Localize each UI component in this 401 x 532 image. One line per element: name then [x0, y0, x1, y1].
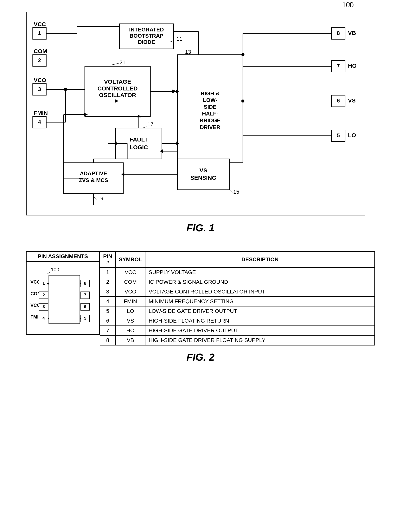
- svg-text:100: 100: [51, 267, 59, 272]
- svg-line-115: [47, 272, 50, 274]
- svg-text:4: 4: [43, 316, 45, 321]
- table-cell-description: HIGH-SIDE GATE DRIVER FLOATING SUPPLY: [145, 336, 375, 345]
- fig1-ref-line: [337, 2, 353, 13]
- svg-text:DRIVER: DRIVER: [200, 124, 220, 130]
- table-cell-description: HIGH-SIDE GATE DRIVER OUTPUT: [145, 326, 375, 336]
- svg-text:VCO: VCO: [34, 77, 46, 83]
- svg-text:6: 6: [337, 98, 340, 104]
- table-header-symbol: SYMBOL: [116, 252, 145, 268]
- svg-text:ADAPTIVE: ADAPTIVE: [80, 171, 107, 177]
- svg-text:VB: VB: [348, 30, 356, 36]
- table-cell-pin: 5: [100, 306, 116, 316]
- table-row: 6VSHIGH-SIDE FLOATING RETURN: [100, 316, 375, 326]
- table-row: 4FMINMINIMUM FREQUENCY SETTING: [100, 297, 375, 306]
- table-cell-symbol: VCC: [116, 267, 145, 277]
- table-cell-description: VOLTAGE CONTROLLED OSCILLATOR INPUT: [145, 287, 375, 297]
- svg-text:LOGIC: LOGIC: [130, 144, 148, 150]
- svg-text:13: 13: [185, 49, 191, 55]
- svg-text:15: 15: [233, 189, 239, 195]
- svg-text:3: 3: [38, 86, 41, 92]
- fig1-caption: FIG. 1: [26, 222, 375, 234]
- table-cell-pin: 8: [100, 336, 116, 345]
- table-header-desc: DESCRIPTION: [145, 252, 375, 268]
- fig1-container: 100 1 VCC 2 COM: [26, 12, 375, 243]
- svg-text:LOW-: LOW-: [203, 97, 217, 103]
- table-row: 2COMIC POWER & SIGNAL GROUND: [100, 277, 375, 287]
- svg-text:2: 2: [38, 57, 41, 63]
- table-header-pin: PIN #: [100, 252, 116, 268]
- table-cell-pin: 2: [100, 277, 116, 287]
- table-cell-description: MINIMUM FREQUENCY SETTING: [145, 297, 375, 306]
- table-cell-symbol: VS: [116, 316, 145, 326]
- table-cell-pin: 7: [100, 326, 116, 336]
- fig2-container: PIN ASSIGNMENTS 100 VCC 1: [26, 251, 375, 363]
- svg-text:6: 6: [84, 304, 86, 309]
- svg-point-53: [241, 53, 245, 56]
- svg-text:7: 7: [337, 63, 340, 69]
- svg-text:FAULT: FAULT: [130, 136, 148, 143]
- svg-text:SIDE: SIDE: [204, 104, 216, 110]
- svg-text:2: 2: [43, 292, 45, 297]
- svg-text:COM: COM: [34, 48, 47, 54]
- table-cell-description: IC POWER & SIGNAL GROUND: [145, 277, 375, 287]
- svg-text:8: 8: [337, 30, 340, 36]
- svg-line-95: [229, 190, 232, 193]
- svg-text:VS: VS: [348, 97, 356, 104]
- fig2-caption: FIG. 2: [26, 351, 375, 363]
- svg-line-82: [93, 196, 96, 200]
- table-cell-symbol: VCO: [116, 287, 145, 297]
- table-row: 5LOLOW-SIDE GATE DRIVER OUTPUT: [100, 306, 375, 316]
- table-cell-pin: 3: [100, 287, 116, 297]
- svg-text:VS: VS: [199, 167, 207, 173]
- table-cell-description: HIGH-SIDE FLOATING RETURN: [145, 316, 375, 326]
- table-cell-symbol: LO: [116, 306, 145, 316]
- svg-text:OSCILLATOR: OSCILLATOR: [99, 92, 136, 98]
- svg-line-2: [349, 2, 352, 4]
- table-row: 7HOHIGH-SIDE GATE DRIVER OUTPUT: [100, 326, 375, 336]
- table-cell-symbol: VB: [116, 336, 145, 345]
- pin-assignments-section: PIN ASSIGNMENTS 100 VCC 1: [26, 251, 100, 335]
- pin-assignments-body: 100 VCC 1 COM 2: [27, 262, 99, 334]
- pin-description-table: PIN # SYMBOL DESCRIPTION 1VCCSUPPLY VOLT…: [100, 251, 375, 345]
- svg-text:8: 8: [84, 281, 86, 286]
- svg-text:5: 5: [84, 316, 86, 321]
- svg-text:HIGH &: HIGH &: [201, 90, 220, 96]
- ic-diagram-svg: 100 VCC 1 COM 2: [30, 266, 99, 329]
- svg-text:1: 1: [43, 281, 45, 286]
- svg-text:4: 4: [38, 119, 41, 125]
- svg-text:FMIN: FMIN: [34, 110, 48, 116]
- svg-text:BOOTSTRAP: BOOTSTRAP: [130, 33, 163, 39]
- fig2-layout: PIN ASSIGNMENTS 100 VCC 1: [26, 251, 375, 345]
- svg-text:BRIDGE: BRIDGE: [199, 117, 221, 123]
- svg-text:HALF-: HALF-: [202, 111, 218, 117]
- svg-text:19: 19: [97, 196, 103, 202]
- page: 100 1 VCC 2 COM: [0, 0, 401, 532]
- svg-text:17: 17: [147, 121, 153, 127]
- svg-text:VOLTAGE: VOLTAGE: [104, 78, 131, 85]
- table-cell-description: LOW-SIDE GATE DRIVER OUTPUT: [145, 306, 375, 316]
- svg-text:HO: HO: [348, 63, 357, 69]
- table-cell-symbol: FMIN: [116, 297, 145, 306]
- svg-text:DIODE: DIODE: [138, 39, 155, 45]
- table-row: 8VBHIGH-SIDE GATE DRIVER FLOATING SUPPLY: [100, 336, 375, 345]
- fig1-wiring: 1 VCC 2 COM 3 VCO: [27, 12, 365, 215]
- svg-text:LO: LO: [348, 132, 356, 138]
- table-cell-pin: 6: [100, 316, 116, 326]
- table-cell-symbol: HO: [116, 326, 145, 336]
- svg-line-27: [110, 63, 119, 65]
- svg-text:INTEGRATED: INTEGRATED: [129, 27, 164, 33]
- svg-text:VCC: VCC: [34, 21, 46, 27]
- svg-rect-116: [49, 275, 80, 324]
- fig1-border: 1 VCC 2 COM 3 VCO: [26, 12, 365, 215]
- svg-text:CONTROLLED: CONTROLLED: [98, 85, 138, 92]
- svg-text:5: 5: [337, 132, 340, 138]
- table-row: 1VCCSUPPLY VOLTAGE: [100, 267, 375, 277]
- svg-text:3: 3: [43, 304, 45, 309]
- table-cell-pin: 4: [100, 297, 116, 306]
- svg-text:11: 11: [176, 36, 182, 42]
- table-cell-description: SUPPLY VOLTAGE: [145, 267, 375, 277]
- table-row: 3VCOVOLTAGE CONTROLLED OSCILLATOR INPUT: [100, 287, 375, 297]
- svg-text:VCC: VCC: [31, 279, 40, 285]
- pin-assignments-header: PIN ASSIGNMENTS: [27, 252, 99, 262]
- table-cell-symbol: COM: [116, 277, 145, 287]
